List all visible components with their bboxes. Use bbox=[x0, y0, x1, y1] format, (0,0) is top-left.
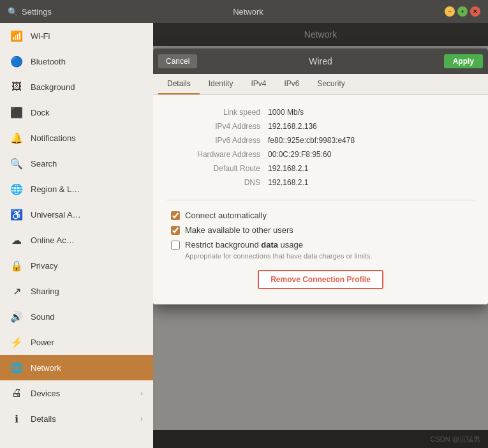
sidebar-item-online[interactable]: ☁ Online Ac… bbox=[0, 227, 153, 253]
sidebar-item-devices[interactable]: 🖨 Devices › bbox=[0, 380, 153, 406]
search-icon: 🔍 bbox=[8, 7, 18, 17]
wifi-icon: 📶 bbox=[10, 29, 23, 42]
sidebar-item-label: Bluetooth bbox=[31, 57, 143, 66]
sidebar-item-label: Search bbox=[31, 159, 143, 168]
window-controls: – + ✕ bbox=[445, 6, 480, 17]
tab-details[interactable]: Details bbox=[158, 74, 200, 94]
ipv4-address-label: IPv4 Address bbox=[166, 122, 268, 131]
sidebar-item-label: Sound bbox=[31, 312, 143, 322]
sidebar-item-background[interactable]: 🖼 Background bbox=[0, 74, 153, 100]
available-users-label[interactable]: Make available to other users bbox=[185, 225, 293, 235]
chevron-right-icon: › bbox=[140, 389, 143, 397]
restrict-data-row: Restrict background data usage bbox=[171, 237, 475, 252]
restrict-data-checkbox[interactable] bbox=[171, 241, 180, 250]
dns-row: DNS 192.168.2.1 bbox=[166, 175, 475, 190]
bluetooth-icon: 🔵 bbox=[10, 55, 23, 68]
cancel-button[interactable]: Cancel bbox=[158, 54, 197, 68]
sidebar-item-label: Power bbox=[31, 338, 143, 347]
sidebar-item-label: Region & L… bbox=[31, 184, 143, 194]
auto-connect-row: Connect automatically bbox=[171, 208, 475, 223]
sidebar-item-sound[interactable]: 🔊 Sound bbox=[0, 304, 153, 329]
network-icon: 🌐 bbox=[10, 361, 23, 374]
tab-ipv4[interactable]: IPv4 bbox=[242, 74, 275, 94]
main-layout: 📶 Wi-Fi 🔵 Bluetooth 🖼 Background ⬛ Dock … bbox=[0, 23, 488, 448]
minimize-button[interactable]: – bbox=[445, 6, 455, 17]
sidebar-item-network[interactable]: 🌐 Network bbox=[0, 355, 153, 380]
sound-icon: 🔊 bbox=[10, 310, 23, 323]
ipv4-address-row: IPv4 Address 192.168.2.136 bbox=[166, 119, 475, 133]
sidebar-item-notifications[interactable]: 🔔 Notifications bbox=[0, 125, 153, 151]
hardware-address-value: 00:0C:29:F8:95:60 bbox=[268, 150, 331, 159]
details-icon: ℹ bbox=[10, 412, 23, 425]
auto-connect-checkbox[interactable] bbox=[171, 211, 180, 220]
background-icon: 🖼 bbox=[10, 80, 23, 93]
sidebar-item-region[interactable]: 🌐 Region & L… bbox=[0, 176, 153, 202]
sidebar-item-label: Background bbox=[31, 82, 143, 92]
divider bbox=[166, 200, 475, 200]
sidebar-item-bluetooth[interactable]: 🔵 Bluetooth bbox=[0, 49, 153, 74]
apply-button[interactable]: Apply bbox=[444, 54, 483, 68]
sidebar-item-label: Network bbox=[31, 363, 143, 373]
titlebar-left: 🔍 Settings bbox=[8, 7, 52, 17]
sidebar-item-universal[interactable]: ♿ Universal A… bbox=[0, 202, 153, 227]
restrict-data-note: Appropriate for connections that have da… bbox=[185, 252, 475, 260]
sidebar-item-dock[interactable]: ⬛ Dock bbox=[0, 100, 153, 125]
sidebar-item-details[interactable]: ℹ Details › bbox=[0, 406, 153, 431]
sidebar-item-wifi[interactable]: 📶 Wi-Fi bbox=[0, 23, 153, 49]
power-icon: ⚡ bbox=[10, 336, 23, 348]
wired-modal: Cancel Wired Apply Details Identity IPv4… bbox=[153, 49, 488, 304]
region-icon: 🌐 bbox=[10, 183, 23, 195]
ipv6-address-row: IPv6 Address fe80::925e:cbf:9983:e478 bbox=[166, 133, 475, 147]
ipv6-address-value: fe80::925e:cbf:9983:e478 bbox=[268, 136, 355, 145]
modal-body: Link speed 1000 Mb/s IPv4 Address 192.16… bbox=[153, 95, 488, 304]
ipv4-address-value: 192.168.2.136 bbox=[268, 122, 317, 131]
remove-connection-button[interactable]: Remove Connection Profile bbox=[258, 270, 383, 289]
sidebar-item-label: Wi-Fi bbox=[31, 31, 143, 41]
default-route-row: Default Route 192.168.2.1 bbox=[166, 161, 475, 175]
maximize-button[interactable]: + bbox=[457, 6, 468, 17]
sidebar-item-label: Devices bbox=[31, 389, 133, 398]
universal-icon: ♿ bbox=[10, 208, 23, 221]
tab-security[interactable]: Security bbox=[308, 74, 353, 94]
sidebar-item-privacy[interactable]: 🔒 Privacy bbox=[0, 253, 153, 278]
tab-identity[interactable]: Identity bbox=[200, 74, 242, 94]
sidebar-item-search[interactable]: 🔍 Search bbox=[0, 151, 153, 176]
link-speed-value: 1000 Mb/s bbox=[268, 108, 304, 117]
titlebar: 🔍 Settings Network – + ✕ bbox=[0, 0, 488, 23]
default-route-value: 192.168.2.1 bbox=[268, 164, 308, 173]
sidebar-item-power[interactable]: ⚡ Power bbox=[0, 329, 153, 355]
notifications-icon: 🔔 bbox=[10, 131, 23, 144]
search-icon: 🔍 bbox=[10, 157, 23, 170]
available-users-checkbox[interactable] bbox=[171, 226, 180, 235]
tab-ipv6[interactable]: IPv6 bbox=[275, 74, 308, 94]
privacy-icon: 🔒 bbox=[10, 259, 23, 272]
close-button[interactable]: ✕ bbox=[470, 6, 480, 17]
modal-title: Wired bbox=[197, 56, 443, 66]
sidebar-item-label: Sharing bbox=[31, 287, 143, 296]
titlebar-center-title: Network bbox=[52, 7, 445, 17]
sidebar: 📶 Wi-Fi 🔵 Bluetooth 🖼 Background ⬛ Dock … bbox=[0, 23, 153, 448]
ipv6-address-label: IPv6 Address bbox=[166, 136, 268, 145]
titlebar-app-title: Settings bbox=[22, 7, 52, 17]
link-speed-label: Link speed bbox=[166, 108, 268, 117]
sharing-icon: ↗ bbox=[10, 285, 23, 297]
chevron-right-icon: › bbox=[140, 415, 143, 422]
sidebar-item-label: Online Ac… bbox=[31, 235, 143, 245]
default-route-label: Default Route bbox=[166, 164, 268, 173]
sidebar-item-label: Dock bbox=[31, 108, 143, 117]
devices-icon: 🖨 bbox=[10, 387, 23, 399]
dns-value: 192.168.2.1 bbox=[268, 178, 308, 187]
link-speed-row: Link speed 1000 Mb/s bbox=[166, 105, 475, 119]
details-table: Link speed 1000 Mb/s IPv4 Address 192.16… bbox=[166, 105, 475, 190]
sidebar-item-label: Details bbox=[31, 414, 133, 424]
sidebar-item-label: Notifications bbox=[31, 133, 143, 143]
content-area: Network Wired + Wired ⚙ VPN + bbox=[153, 23, 488, 448]
sidebar-item-sharing[interactable]: ↗ Sharing bbox=[0, 278, 153, 304]
sidebar-item-label: Universal A… bbox=[31, 210, 143, 220]
auto-connect-label[interactable]: Connect automatically bbox=[185, 211, 267, 220]
modal-tabs: Details Identity IPv4 IPv6 Security bbox=[153, 74, 488, 95]
restrict-data-label[interactable]: Restrict background data usage bbox=[185, 240, 303, 250]
dock-icon: ⬛ bbox=[10, 106, 23, 119]
modal-overlay: Cancel Wired Apply Details Identity IPv4… bbox=[153, 23, 488, 448]
online-icon: ☁ bbox=[10, 234, 23, 246]
